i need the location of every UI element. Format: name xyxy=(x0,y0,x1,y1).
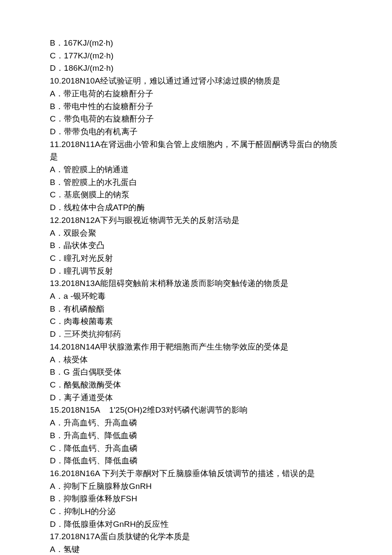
text-line: 17.2018N17A蛋白质肽键的化学本质是 xyxy=(50,530,342,543)
text-line: A．管腔膜上的钠通道 xyxy=(50,163,342,176)
text-line: A．抑制下丘脑腺释放GnRH xyxy=(50,480,342,493)
text-line: D．带带负电的有机离子 xyxy=(50,125,342,138)
text-line: A．a -银环蛇毒 xyxy=(50,290,342,303)
text-line: B．167KJ/(m2·h) xyxy=(50,37,342,49)
text-line: B．升高血钙、降低血磷 xyxy=(50,429,342,442)
text-line: 15.2018N15A 1'25(OH)2维D3对钙磷代谢调节的影响 xyxy=(50,404,342,416)
text-line: D．离子通道受体 xyxy=(50,391,342,404)
text-line: 13.2018N13A能阻碍突触前末梢释放递质而影响突触传递的物质是 xyxy=(50,277,342,290)
text-line: A．带正电荷的右旋糖酐分子 xyxy=(50,87,342,100)
text-line: D．降低血钙、降低血磷 xyxy=(50,454,342,467)
text-line: B．管腔膜上的水孔蛋白 xyxy=(50,176,342,189)
text-line: A．氢键 xyxy=(50,543,342,555)
document-page: B．167KJ/(m2·h)C．177KJ/(m2·h)D．186KJ/(m2·… xyxy=(0,0,392,555)
text-line: C．带负电荷的右旋糖酐分子 xyxy=(50,113,342,125)
text-line: D．瞳孔调节反射 xyxy=(50,265,342,278)
text-line: 14.2018N14A甲状腺激素作用于靶细胞而产生生物学效应的受体是 xyxy=(50,341,342,353)
text-line: B．G 蛋白偶联受体 xyxy=(50,366,342,379)
text-line: D．线粒体中合成ATP的酶 xyxy=(50,201,342,214)
text-line: C．瞳孔对光反射 xyxy=(50,252,342,265)
text-line: 16.2018N16A 下列关于睾酮对下丘脑腺垂体轴反馈调节的描述，错误的是 xyxy=(50,467,342,480)
text-line: C．抑制LH的分泌 xyxy=(50,505,342,518)
text-line: C．177KJ/(m2·h) xyxy=(50,49,342,62)
text-line: B．带电中性的右旋糖酐分子 xyxy=(50,100,342,113)
text-line: 10.2018N10A经试验证明，难以通过通过肾小球滤过膜的物质是 xyxy=(50,75,342,87)
text-line: C．酪氨酸激酶受体 xyxy=(50,379,342,391)
text-line: C．肉毒梭菌毒素 xyxy=(50,315,342,328)
text-line: 11.2018N11A在肾远曲小管和集合管上皮细胞内，不属于醛固酮诱导蛋白的物质… xyxy=(50,138,342,163)
text-line: 12.2018N12A下列与眼视近物调节无关的反射活动是 xyxy=(50,214,342,227)
text-line: D．降低腺垂体对GnRH的反应性 xyxy=(50,518,342,531)
text-line: A．双眼会聚 xyxy=(50,227,342,240)
text-line: C．基底侧膜上的钠泵 xyxy=(50,188,342,201)
text-line: A．核受体 xyxy=(50,353,342,366)
text-line: D．三环类抗抑郁药 xyxy=(50,328,342,341)
text-line: B．有机磷酸酯 xyxy=(50,303,342,315)
text-line: A．升高血钙、升高血磷 xyxy=(50,416,342,429)
text-line: D．186KJ/(m2·h) xyxy=(50,62,342,75)
text-line: B．抑制腺垂体释放FSH xyxy=(50,492,342,505)
text-line: B．晶状体变凸 xyxy=(50,239,342,252)
text-line: C．降低血钙、升高血磷 xyxy=(50,442,342,455)
